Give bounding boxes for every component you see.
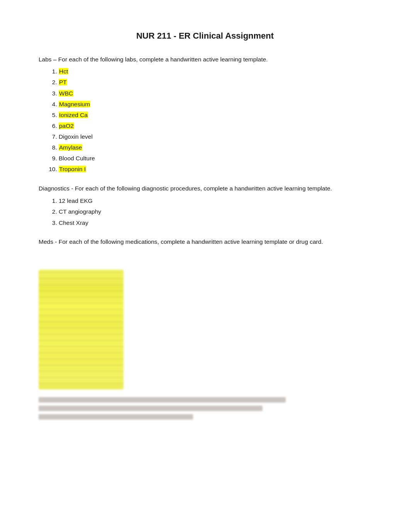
lab-item-10: Troponin I [59, 166, 86, 172]
list-item: CT angiography [59, 206, 371, 217]
list-item: Hct [59, 66, 371, 76]
labs-list: Hct PT WBC Magnesium Ionized Ca paO2 Dig… [59, 66, 371, 174]
diagnostic-item-1: 12 lead EKG [59, 197, 93, 204]
list-item: WBC [59, 88, 371, 99]
list-item: Troponin I [59, 164, 371, 174]
blurred-line [39, 414, 193, 420]
labs-intro: Labs – For each of the following labs, c… [39, 55, 371, 64]
lab-item-9: Blood Culture [59, 155, 95, 161]
meds-section: Meds - For each of the following medicat… [39, 237, 371, 247]
list-item: Ionized Ca [59, 110, 371, 120]
blurred-text-lines [39, 397, 371, 420]
blurred-line [39, 397, 286, 403]
diagnostics-section: Diagnostics - For each of the following … [39, 184, 371, 228]
list-item: PT [59, 77, 371, 87]
list-item: Magnesium [59, 99, 371, 109]
blurred-footer-text [39, 397, 371, 420]
blurred-medication-list-image [39, 270, 124, 389]
lab-item-5: Ionized Ca [59, 112, 88, 118]
list-item: Chest Xray [59, 218, 371, 228]
lab-item-1: Hct [59, 68, 68, 75]
meds-intro: Meds - For each of the following medicat… [39, 237, 371, 247]
list-item: Blood Culture [59, 153, 371, 163]
diagnostic-item-3: Chest Xray [59, 219, 88, 226]
lab-item-7: Digoxin level [59, 133, 93, 140]
diagnostics-intro: Diagnostics - For each of the following … [39, 184, 371, 194]
list-item: Digoxin level [59, 131, 371, 142]
lab-item-3: WBC [59, 90, 73, 97]
list-item: Amylase [59, 142, 371, 153]
diagnostic-item-2: CT angiography [59, 208, 101, 215]
page-title: NUR 211 - ER Clinical Assignment [39, 31, 371, 41]
list-item: 12 lead EKG [59, 195, 371, 206]
lab-item-4: Magnesium [59, 101, 90, 107]
list-item: paO2 [59, 121, 371, 131]
lab-item-8: Amylase [59, 144, 82, 151]
lab-item-6: paO2 [59, 122, 74, 129]
lab-item-2: PT [59, 79, 67, 85]
diagnostics-list: 12 lead EKG CT angiography Chest Xray [59, 195, 371, 228]
blurred-line [39, 406, 263, 411]
